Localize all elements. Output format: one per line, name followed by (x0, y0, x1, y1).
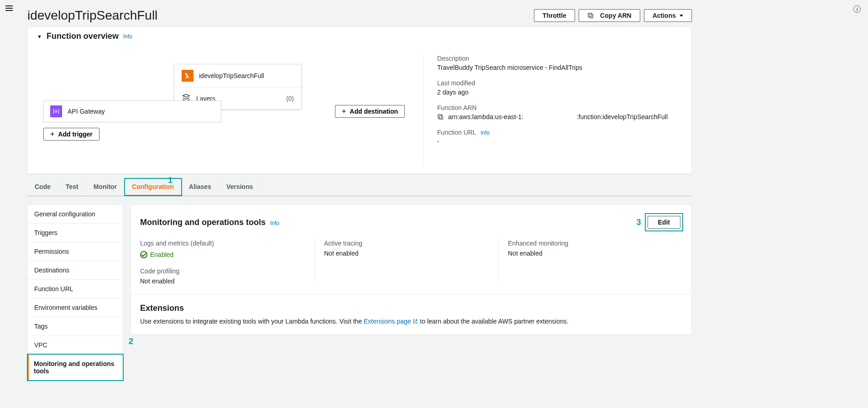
svg-rect-2 (438, 115, 442, 118)
add-destination-button[interactable]: + Add destination (335, 105, 405, 118)
sidebar-item-env-vars[interactable]: Environment variables (27, 298, 123, 317)
lambda-icon (182, 70, 193, 82)
modified-label: Last modified (437, 79, 682, 87)
extensions-title: Extensions (140, 303, 682, 313)
tab-code[interactable]: Code (27, 178, 58, 196)
svg-rect-1 (589, 14, 593, 18)
description-value: TravelBuddy TripSearch microservice - Fi… (437, 64, 682, 71)
copy-arn-button[interactable]: Copy ARN (579, 9, 640, 22)
enhanced-label: Enhanced monitoring (508, 240, 673, 247)
plus-icon: + (50, 131, 54, 138)
arn-text: arn:aws:lambda:us-east-1: :function:idev… (448, 113, 668, 120)
tab-monitor[interactable]: Monitor (86, 178, 125, 196)
sidebar-item-triggers[interactable]: Triggers (27, 223, 123, 242)
actions-label: Actions (653, 12, 676, 19)
add-trigger-label: Add trigger (58, 131, 92, 138)
copy-icon[interactable] (437, 114, 444, 120)
overview-title: Function overview (47, 31, 119, 41)
page-title: idevelopTripSearchFull (27, 8, 157, 23)
modified-value: 2 days ago (437, 89, 682, 96)
architecture-diagram: idevelopTripSearchFull Layers (0) API G (37, 55, 414, 164)
profiling-label: Code profiling (140, 267, 305, 275)
sidebar-item-general[interactable]: General configuration (27, 204, 123, 224)
copy-arn-label: Copy ARN (600, 12, 632, 19)
description-label: Description (437, 55, 682, 62)
info-icon[interactable]: i (853, 5, 861, 13)
add-trigger-button[interactable]: + Add trigger (43, 128, 99, 141)
add-destination-label: Add destination (350, 108, 398, 115)
enhanced-value: Not enabled (508, 250, 673, 257)
sidebar-item-destinations[interactable]: Destinations (27, 261, 123, 280)
sidebar-item-vpc[interactable]: VPC (27, 335, 123, 355)
tabs: Code Test Monitor Configuration Aliases … (27, 178, 692, 196)
url-label-row: Function URL Info (437, 129, 682, 136)
info-link[interactable]: Info (481, 130, 490, 136)
layers-count: (0) (286, 95, 294, 102)
chevron-down-icon (680, 15, 683, 17)
edit-button[interactable]: Edit (648, 216, 680, 229)
ext-link-label: Extensions page (364, 318, 411, 325)
sidebar-item-function-url[interactable]: Function URL (27, 279, 123, 298)
function-overview-header[interactable]: ▼ Function overview Info (28, 27, 691, 46)
sidebar-item-tags[interactable]: Tags (27, 317, 123, 336)
ext-text-b: to learn about the available AWS partner… (420, 318, 569, 325)
plus-icon: + (342, 108, 346, 115)
trigger-name: API Gateway (68, 108, 105, 115)
tab-aliases[interactable]: Aliases (182, 178, 219, 196)
copy-icon (587, 12, 594, 19)
trigger-node[interactable]: API Gateway (43, 100, 221, 122)
tab-test[interactable]: Test (58, 178, 86, 196)
annotation-3: 3 (637, 218, 641, 227)
check-icon (140, 251, 147, 258)
tracing-value: Not enabled (324, 250, 489, 257)
throttle-button[interactable]: Throttle (534, 9, 575, 22)
profiling-value: Not enabled (140, 277, 305, 285)
tracing-label: Active tracing (324, 240, 489, 247)
info-link[interactable]: Info (270, 220, 279, 226)
extensions-link[interactable]: Extensions page (364, 318, 420, 325)
arn-label: Function ARN (437, 104, 682, 111)
sidebar-item-monitoring[interactable]: Monitoring and operations tools (27, 354, 123, 381)
sidebar-item-permissions[interactable]: Permissions (27, 242, 123, 261)
tab-configuration[interactable]: Configuration (125, 178, 182, 196)
actions-button[interactable]: Actions (644, 9, 692, 22)
extensions-text: Use extensions to integrate existing too… (140, 318, 682, 325)
enabled-text: Enabled (150, 251, 173, 258)
arn-value: arn:aws:lambda:us-east-1: :function:idev… (437, 113, 682, 120)
logs-label: Logs and metrics (default) (140, 240, 305, 247)
url-label: Function URL (437, 129, 476, 136)
svg-rect-3 (439, 115, 443, 119)
logs-value: Enabled (140, 251, 173, 258)
tab-versions[interactable]: Versions (219, 178, 261, 196)
ext-text-a: Use extensions to integrate existing too… (140, 318, 364, 325)
function-name: idevelopTripSearchFull (199, 72, 264, 79)
annotation-2: 2 (129, 337, 133, 346)
config-sidebar: General configuration Triggers Permissio… (27, 204, 123, 380)
api-gateway-icon (50, 105, 62, 117)
caret-down-icon: ▼ (37, 34, 42, 39)
svg-rect-0 (588, 13, 592, 17)
url-value: - (437, 138, 682, 145)
monitoring-title: Monitoring and operations tools (140, 218, 266, 227)
info-link[interactable]: Info (123, 33, 132, 40)
external-link-icon (413, 319, 418, 324)
